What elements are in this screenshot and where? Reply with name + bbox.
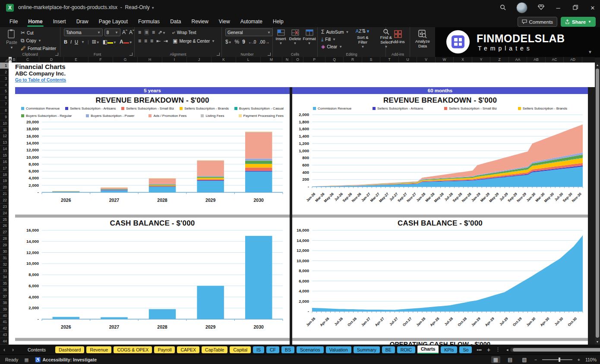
column-header-X[interactable]: X xyxy=(454,57,472,63)
delete-cells-button[interactable]: Delete▼ xyxy=(288,29,302,45)
align-left-icon[interactable]: ≡ xyxy=(138,38,141,44)
scroll-up-arrow[interactable]: ▲ xyxy=(595,63,600,68)
menu-tab-home[interactable]: Home xyxy=(24,17,47,26)
row-header-9[interactable]: 9 xyxy=(0,114,9,120)
chart-revenue-breakdown-annual[interactable]: REVENUE BREAKDOWN - $'000 Commission Rev… xyxy=(15,95,290,214)
shrink-font-button[interactable]: Aˇ xyxy=(129,29,134,35)
row-header-3[interactable]: 3 xyxy=(0,75,9,82)
row-header-26[interactable]: 26 xyxy=(0,223,9,229)
zoom-in-button[interactable]: + xyxy=(578,357,580,362)
excel-app-icon[interactable]: X xyxy=(6,4,14,12)
row-header-19[interactable]: 19 xyxy=(0,178,9,184)
share-button[interactable]: Share ▼ xyxy=(561,17,596,27)
row-header-13[interactable]: 13 xyxy=(0,139,9,146)
row-header-20[interactable]: 20 xyxy=(0,184,9,191)
search-icon[interactable] xyxy=(499,4,507,12)
column-header-A[interactable]: A xyxy=(9,57,12,63)
row-header-23[interactable]: 23 xyxy=(0,204,9,210)
read-only-label[interactable]: Read-Only xyxy=(125,4,149,10)
row-header-32[interactable]: 32 xyxy=(0,261,9,268)
row-header-37[interactable]: 37 xyxy=(0,293,9,300)
zoom-slider[interactable] xyxy=(542,359,572,360)
row-header-29[interactable]: 29 xyxy=(0,242,9,248)
align-middle-icon[interactable]: ≡ xyxy=(144,29,149,35)
font-color-button[interactable]: A▼ xyxy=(120,39,133,45)
column-header-T[interactable]: T xyxy=(380,57,399,63)
column-header-I[interactable]: I xyxy=(162,57,187,63)
chart-cash-balance-monthly[interactable]: CASH BALANCE - $'000 -2,0004,0006,0008,0… xyxy=(292,218,588,338)
row-header-36[interactable]: 36 xyxy=(0,287,9,293)
paste-button[interactable]: Paste▼ xyxy=(3,29,20,51)
sheet-tab-bs[interactable]: BS xyxy=(281,346,294,353)
accounting-format-button[interactable]: $▼ xyxy=(225,39,232,45)
column-header-F[interactable]: F xyxy=(88,57,113,63)
column-header-R[interactable]: R xyxy=(344,57,362,63)
menu-tab-review[interactable]: Review xyxy=(187,17,212,26)
fill-color-button[interactable]: ◧▼ xyxy=(103,39,117,45)
ribbon-collapse-chevron[interactable]: ▼ xyxy=(588,50,592,54)
format-painter-button[interactable]: 🖉Format Painter xyxy=(21,45,56,51)
row-header-35[interactable]: 35 xyxy=(0,280,9,287)
page-layout-view-button[interactable]: ▤ xyxy=(505,356,515,363)
hscroll-track[interactable] xyxy=(510,348,600,352)
sheet-tab-revenue[interactable]: Revenue xyxy=(86,346,111,353)
column-header-AD[interactable]: AD xyxy=(564,57,582,63)
bold-button[interactable]: B xyxy=(64,39,67,44)
column-header-Z[interactable]: Z xyxy=(490,57,509,63)
cut-button[interactable]: ✂Cut xyxy=(21,30,56,36)
column-header-G[interactable]: G xyxy=(113,57,138,63)
row-header-28[interactable]: 28 xyxy=(0,235,9,242)
comments-button[interactable]: Comments xyxy=(518,17,558,27)
row-header-31[interactable]: 31 xyxy=(0,255,9,261)
column-header-M[interactable]: M xyxy=(261,57,282,63)
chevron-down-icon[interactable]: ▼ xyxy=(151,6,155,10)
sheet-tab-roic[interactable]: ROIC xyxy=(397,346,415,353)
sheet-tab-summary[interactable]: Summary xyxy=(354,346,380,353)
format-cells-button[interactable]: Format▼ xyxy=(303,29,316,45)
column-header-Y[interactable]: Y xyxy=(472,57,490,63)
grow-font-button[interactable]: Aˆ xyxy=(122,29,127,35)
align-right-icon[interactable]: ≡ xyxy=(150,38,153,44)
avatar[interactable] xyxy=(516,2,527,13)
toc-link[interactable]: Go to Table of Contents xyxy=(15,77,66,82)
page-break-view-button[interactable]: ▧ xyxy=(520,356,529,363)
menu-tab-insert[interactable]: Insert xyxy=(49,17,70,26)
underline-button[interactable]: U xyxy=(75,39,78,44)
column-header-S[interactable]: S xyxy=(362,57,380,63)
increase-decimal-button[interactable]: ←.0 xyxy=(248,40,256,44)
wrap-text-button[interactable]: ⤶Wrap Text xyxy=(172,29,196,35)
column-header-B[interactable]: B xyxy=(12,57,16,63)
column-header-N[interactable]: N xyxy=(282,57,292,63)
horizontal-scrollbar[interactable]: ◂ ▸ xyxy=(506,348,600,352)
zoom-level[interactable]: 110% xyxy=(585,357,597,362)
sheet-tab-cogs-opex[interactable]: COGS & OPEX xyxy=(114,346,152,353)
clipboard-dialog-launcher[interactable] xyxy=(55,53,58,56)
column-header-AA[interactable]: AA xyxy=(509,57,527,63)
sheet-tab-payroll[interactable]: Payroll xyxy=(154,346,175,353)
align-bottom-icon[interactable]: ≡ xyxy=(152,29,155,35)
insert-cells-button[interactable]: Insert▼ xyxy=(274,29,287,45)
column-header-Q[interactable]: Q xyxy=(325,57,344,63)
row-header-8[interactable]: 8 xyxy=(0,107,9,114)
row-header-24[interactable]: 24 xyxy=(0,210,9,217)
scroll-down-arrow[interactable]: ▼ xyxy=(595,339,600,345)
restore-button[interactable] xyxy=(572,5,579,11)
addins-button[interactable]: Add-ins xyxy=(386,30,410,44)
sheet-nav-right[interactable]: › xyxy=(9,347,17,353)
menu-tab-file[interactable]: File xyxy=(5,17,22,26)
minimize-button[interactable]: ─ xyxy=(554,5,562,11)
macro-record-icon[interactable]: ▦ xyxy=(24,357,28,363)
sheet-tab-valuation[interactable]: Valuation xyxy=(326,346,351,353)
row-header-43[interactable]: 43 xyxy=(0,332,9,338)
decrease-indent-icon[interactable]: ⇤ xyxy=(156,38,161,44)
sheet-tab-capital[interactable]: Capital xyxy=(230,346,251,353)
orientation-icon[interactable]: ⇗▼ xyxy=(158,29,166,35)
column-header-O[interactable]: O xyxy=(292,57,303,63)
zoom-slider-thumb[interactable] xyxy=(559,358,560,362)
row-header-39[interactable]: 39 xyxy=(0,306,9,313)
column-header-K[interactable]: K xyxy=(212,57,236,63)
row-header-41[interactable]: 41 xyxy=(0,319,9,325)
font-dialog-launcher[interactable] xyxy=(129,53,133,56)
column-header-L[interactable]: L xyxy=(236,57,261,63)
row-header-44[interactable]: 44 xyxy=(0,338,9,345)
